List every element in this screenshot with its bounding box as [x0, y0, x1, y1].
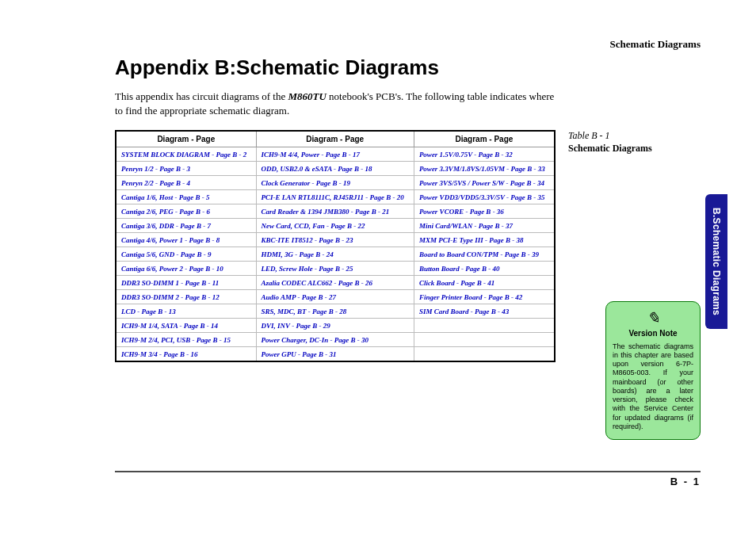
table-cell: Cantiga 3/6, DDR - Page B - 7 [116, 219, 256, 233]
table-cell: SRS, MDC, BT - Page B - 28 [256, 304, 414, 319]
table-cell: Power VCORE - Page B - 36 [414, 204, 554, 219]
table-row: Cantiga 4/6, Power 1 - Page B - 8KBC-ITE… [116, 233, 554, 247]
table-cell: SIM Card Board - Page B - 43 [414, 304, 554, 319]
main-content: Appendix B:Schematic Diagrams This appen… [0, 51, 708, 362]
page-footer: B - 1 [115, 471, 701, 487]
table-cell: PCI-E LAN RTL8111C, RJ45RJ11 - Page B - … [256, 190, 414, 204]
table-caption-name: Schematic Diagrams [568, 142, 663, 155]
table-cell: Power 1.5V/0.75V - Page B - 32 [414, 147, 554, 162]
footer-rule [115, 471, 701, 472]
table-cell [414, 319, 554, 333]
table-header: Diagram - Page [256, 132, 414, 147]
page-section-label: Schematic Diagrams [0, 38, 708, 51]
table-row: DDR3 SO-DIMM 1 - Page B - 11Azalia CODEC… [116, 276, 554, 290]
table-cell: Mini Card/WLAN - Page B - 37 [414, 219, 554, 233]
table-row: DDR3 SO-DIMM 2 - Page B - 12Audio AMP - … [116, 290, 554, 304]
table-cell: Power 3.3VM/1.8VS/1.05VM - Page B - 33 [414, 162, 554, 176]
version-note-title: Version Note [613, 329, 693, 338]
table-cell: LCD - Page B - 13 [116, 304, 256, 319]
table-row: ICH9-M 2/4, PCI, USB - Page B - 15Power … [116, 333, 554, 347]
table-cell: ICH9-M 2/4, PCI, USB - Page B - 15 [116, 333, 256, 347]
table-cell: Penryn 1/2 - Page B - 3 [116, 162, 256, 176]
table-cell: SYSTEM BLOCK DIAGRAM - Page B - 2 [116, 147, 256, 162]
table-cell: Finger Printer Board - Page B - 42 [414, 290, 554, 304]
table-cell: Card Reader & 1394 JMB380 - Page B - 21 [256, 204, 414, 219]
table-header: Diagram - Page [414, 132, 554, 147]
table-cell: Power 3VS/5VS / Power S/W - Page B - 34 [414, 176, 554, 190]
diagrams-table-wrap: Diagram - PageDiagram - PageDiagram - Pa… [115, 130, 556, 362]
table-row: LCD - Page B - 13SRS, MDC, BT - Page B -… [116, 304, 554, 319]
table-cell: Button Board - Page B - 40 [414, 262, 554, 276]
table-cell: Audio AMP - Page B - 27 [256, 290, 414, 304]
table-cell: Cantiga 2/6, PEG - Page B - 6 [116, 204, 256, 219]
table-cell: MXM PCI-E Type III - Page B - 38 [414, 233, 554, 247]
table-cell: Cantiga 4/6, Power 1 - Page B - 8 [116, 233, 256, 247]
table-cell: ICH9-M 1/4, SATA - Page B - 14 [116, 319, 256, 333]
table-row: Cantiga 5/6, GND - Page B - 9HDMI, 3G - … [116, 247, 554, 262]
table-row: Cantiga 3/6, DDR - Page B - 7New Card, C… [116, 219, 554, 233]
intro-before: This appendix has circuit diagrams of th… [115, 90, 288, 102]
version-note-body: The schematic diagrams in this chapter a… [613, 342, 693, 432]
table-cell: Azalia CODEC ALC662 - Page B - 26 [256, 276, 414, 290]
table-cell: DDR3 SO-DIMM 2 - Page B - 12 [116, 290, 256, 304]
table-cell: HDMI, 3G - Page B - 24 [256, 247, 414, 262]
intro-paragraph: This appendix has circuit diagrams of th… [115, 90, 559, 117]
table-header: Diagram - Page [116, 132, 256, 147]
diagrams-table: Diagram - PageDiagram - PageDiagram - Pa… [116, 132, 554, 361]
table-cell: Cantiga 5/6, GND - Page B - 9 [116, 247, 256, 262]
table-row: Penryn 2/2 - Page B - 4Clock Generator -… [116, 176, 554, 190]
table-cell: DVI, INV - Page B - 29 [256, 319, 414, 333]
section-side-tab: B.Schematic Diagrams [705, 194, 727, 329]
table-row: Cantiga 6/6, Power 2 - Page B - 10LED, S… [116, 262, 554, 276]
table-cell: DDR3 SO-DIMM 1 - Page B - 11 [116, 276, 256, 290]
table-row: Cantiga 1/6, Host - Page B - 5PCI-E LAN … [116, 190, 554, 204]
table-cell: ICH9-M 3/4 - Page B - 16 [116, 347, 256, 361]
table-row: ICH9-M 3/4 - Page B - 16Power GPU - Page… [116, 347, 554, 361]
table-row: ICH9-M 1/4, SATA - Page B - 14DVI, INV -… [116, 319, 554, 333]
page-number: B - 1 [115, 476, 701, 487]
appendix-title: Appendix B:Schematic Diagrams [115, 55, 708, 80]
intro-model: M860TU [288, 90, 326, 102]
table-cell [414, 347, 554, 361]
table-cell: Board to Board CON/TPM - Page B - 39 [414, 247, 554, 262]
table-row: Cantiga 2/6, PEG - Page B - 6Card Reader… [116, 204, 554, 219]
table-cell: Click Board - Page B - 41 [414, 276, 554, 290]
table-cell [414, 333, 554, 347]
table-cell: Cantiga 6/6, Power 2 - Page B - 10 [116, 262, 256, 276]
table-cell: Penryn 2/2 - Page B - 4 [116, 176, 256, 190]
table-cell: ODD, USB2.0 & eSATA - Page B - 18 [256, 162, 414, 176]
table-cell: Power Charger, DC-In - Page B - 30 [256, 333, 414, 347]
table-row: SYSTEM BLOCK DIAGRAM - Page B - 2ICH9-M … [116, 147, 554, 162]
table-cell: Clock Generator - Page B - 19 [256, 176, 414, 190]
table-cell: New Card, CCD, Fan - Page B - 22 [256, 219, 414, 233]
table-caption-label: Table B - 1 [568, 130, 663, 142]
pen-icon: ✎ [613, 308, 693, 327]
table-cell: Cantiga 1/6, Host - Page B - 5 [116, 190, 256, 204]
table-cell: Power GPU - Page B - 31 [256, 347, 414, 361]
version-note-callout: ✎ Version Note The schematic diagrams in… [605, 301, 701, 441]
table-cell: LED, Screw Hole - Page B - 25 [256, 262, 414, 276]
table-cell: Power VDD3/VDD5/3.3V/5V - Page B - 35 [414, 190, 554, 204]
table-row: Penryn 1/2 - Page B - 3ODD, USB2.0 & eSA… [116, 162, 554, 176]
table-cell: ICH9-M 4/4, Power - Page B - 17 [256, 147, 414, 162]
table-cell: KBC-ITE IT8512 - Page B - 23 [256, 233, 414, 247]
table-caption: Table B - 1 Schematic Diagrams [568, 130, 663, 155]
